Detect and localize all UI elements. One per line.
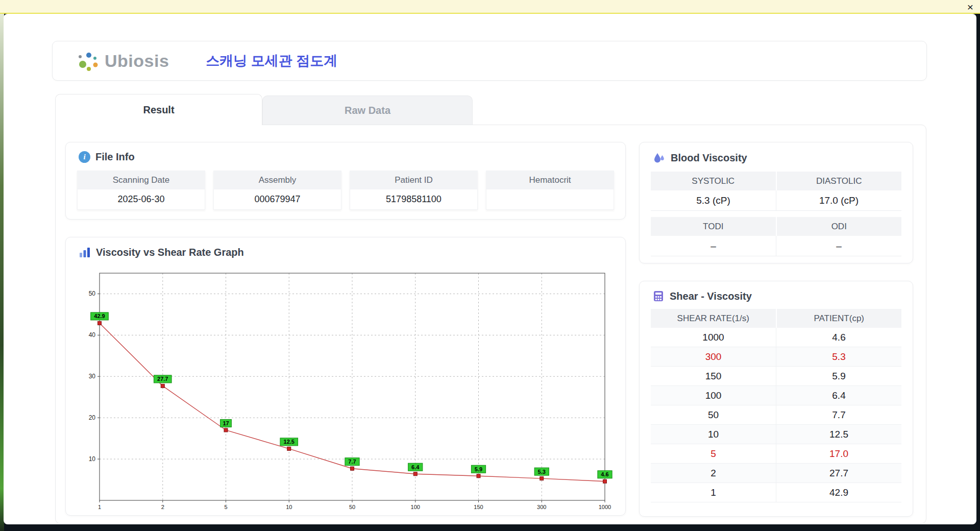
shear-table-body: 10004.63005.31505.91006.4507.71012.5517.… — [651, 328, 901, 502]
patient-viscosity-cell: 5.3 — [776, 347, 901, 366]
patient-viscosity-cell: 27.7 — [776, 464, 901, 482]
blood-viscosity-header: Blood Viscosity — [640, 142, 913, 164]
tab-result-label: Result — [143, 104, 174, 116]
svg-text:5.9: 5.9 — [475, 466, 482, 472]
shear-table-row: 3005.3 — [651, 347, 901, 367]
graph-header: Viscosity vs Shear Rate Graph — [66, 237, 625, 258]
field-value-hematocrit — [486, 189, 614, 210]
blood-header-row: TODIODI — [651, 217, 901, 236]
tab-raw-data-label: Raw Data — [345, 105, 390, 116]
svg-text:1000: 1000 — [599, 504, 611, 510]
shear-viscosity-table: SHEAR RATE(1/s) PATIENT(cp) 10004.63005.… — [651, 309, 901, 502]
blood-value-row: –– — [651, 236, 901, 256]
field-value-patient-id: 51798581100 — [350, 189, 478, 210]
svg-text:42.9: 42.9 — [94, 313, 105, 319]
file-info-field-hematocrit: Hematocrit — [486, 171, 614, 210]
blood-header-todi: TODI — [651, 217, 776, 236]
svg-text:7.7: 7.7 — [348, 458, 356, 465]
shear-col-patient: PATIENT(cp) — [776, 309, 902, 328]
window-title-strip: × — [0, 0, 980, 14]
shear-table-row: 10004.6 — [651, 328, 901, 347]
logo-dots-icon — [77, 49, 101, 73]
content-panel: i File Info Scanning Date2025-06-30Assem… — [55, 125, 926, 524]
svg-text:5: 5 — [224, 504, 227, 510]
file-info-title: File Info — [95, 151, 135, 163]
file-info-card: i File Info Scanning Date2025-06-30Assem… — [65, 142, 626, 220]
svg-text:27.7: 27.7 — [157, 376, 168, 382]
blood-header-row: SYSTOLICDIASTOLIC — [651, 172, 901, 190]
shear-col-rate: SHEAR RATE(1/s) — [651, 309, 776, 328]
patient-viscosity-cell: 4.6 — [776, 328, 901, 347]
field-label-patient-id: Patient ID — [350, 171, 478, 189]
svg-text:100: 100 — [411, 504, 420, 510]
shear-rate-cell: 2 — [651, 464, 776, 482]
tab-raw-data[interactable]: Raw Data — [262, 95, 473, 125]
patient-viscosity-cell: 17.0 — [776, 444, 901, 463]
field-value-scanning-date: 2025-06-30 — [77, 189, 205, 210]
svg-text:50: 50 — [349, 504, 355, 510]
blood-viscosity-card: Blood Viscosity SYSTOLICDIASTOLIC5.3 (cP… — [639, 142, 913, 263]
field-label-hematocrit: Hematocrit — [486, 171, 614, 189]
page-title: 스캐닝 모세관 점도계 — [206, 52, 337, 70]
svg-text:2: 2 — [161, 504, 164, 510]
shear-table-row: 1006.4 — [651, 386, 901, 405]
app-window: Ubiosis 스캐닝 모세관 점도계 Result Raw Data i Fi… — [4, 14, 976, 524]
file-info-header: i File Info — [66, 142, 625, 163]
file-info-fields: Scanning Date2025-06-30Assembly000679947… — [77, 171, 614, 210]
info-icon: i — [79, 151, 90, 163]
graph-card: Viscosity vs Shear Rate Graph 1020304050… — [65, 237, 626, 516]
graph-title: Viscosity vs Shear Rate Graph — [96, 247, 244, 258]
svg-text:30: 30 — [89, 373, 96, 380]
svg-text:20: 20 — [89, 414, 96, 421]
shear-rate-cell: 10 — [651, 425, 776, 444]
svg-text:300: 300 — [537, 504, 546, 510]
field-value-assembly: 000679947 — [213, 189, 341, 210]
ubiosis-logo: Ubiosis — [77, 49, 169, 73]
calculator-icon — [652, 290, 665, 302]
file-info-field-patient-id: Patient ID51798581100 — [350, 171, 478, 210]
blood-value-row: 5.3 (cP)17.0 (cP) — [651, 190, 901, 211]
shear-table-row: 1012.5 — [651, 425, 901, 444]
patient-viscosity-cell: 5.9 — [776, 367, 901, 385]
svg-text:4.6: 4.6 — [601, 471, 608, 477]
blood-header-odi: ODI — [776, 217, 902, 236]
svg-text:10: 10 — [89, 455, 96, 463]
patient-viscosity-cell: 42.9 — [776, 483, 901, 502]
svg-text:50: 50 — [89, 290, 96, 297]
shear-table-row: 142.9 — [651, 483, 901, 502]
svg-text:6.4: 6.4 — [411, 464, 420, 470]
bar-chart-icon — [79, 246, 91, 258]
header: Ubiosis 스캐닝 모세관 점도계 — [52, 41, 927, 81]
logo-text: Ubiosis — [105, 51, 169, 71]
tab-result[interactable]: Result — [55, 94, 262, 125]
svg-text:17: 17 — [223, 420, 229, 426]
shear-rate-cell: 5 — [651, 444, 776, 463]
shear-rate-cell: 1 — [651, 483, 776, 502]
svg-text:10: 10 — [286, 504, 292, 510]
blood-value-diastolic: 17.0 (cP) — [776, 190, 901, 211]
patient-viscosity-cell: 7.7 — [776, 405, 901, 424]
blood-header-diastolic: DIASTOLIC — [776, 172, 902, 190]
shear-table-row: 227.7 — [651, 464, 901, 483]
file-info-field-assembly: Assembly000679947 — [213, 171, 341, 210]
blood-value-todi: – — [651, 236, 776, 256]
file-info-field-scanning-date: Scanning Date2025-06-30 — [77, 171, 205, 210]
svg-text:40: 40 — [89, 331, 96, 339]
svg-text:5.3: 5.3 — [538, 469, 546, 475]
shear-viscosity-card: Shear - Viscosity SHEAR RATE(1/s) PATIEN… — [639, 281, 913, 517]
shear-table-row: 507.7 — [651, 405, 901, 425]
viscosity-shear-chart: 10203040501251050100150300100042.927.717… — [66, 263, 626, 516]
shear-viscosity-title: Shear - Viscosity — [670, 291, 752, 302]
blood-value-odi: – — [776, 236, 901, 256]
shear-table-row: 1505.9 — [651, 367, 901, 386]
shear-viscosity-header: Shear - Viscosity — [640, 281, 913, 302]
svg-text:1: 1 — [98, 504, 101, 510]
blood-viscosity-title: Blood Viscosity — [671, 152, 747, 164]
blood-value-systolic: 5.3 (cP) — [651, 190, 776, 211]
svg-text:150: 150 — [474, 504, 483, 510]
patient-viscosity-cell: 6.4 — [776, 386, 901, 405]
patient-viscosity-cell: 12.5 — [776, 425, 901, 444]
svg-text:12.5: 12.5 — [284, 439, 295, 445]
shear-rate-cell: 1000 — [651, 328, 776, 347]
close-icon[interactable]: × — [967, 1, 973, 13]
